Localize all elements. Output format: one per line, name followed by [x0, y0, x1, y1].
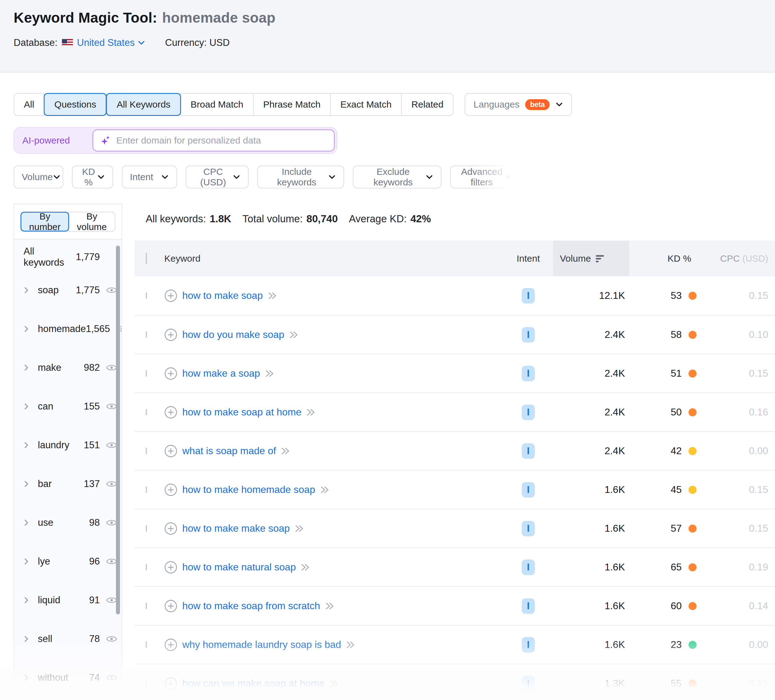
sidebar-keyword-group[interactable]: liquid 91: [14, 581, 121, 619]
languages-dropdown[interactable]: Languages beta: [465, 93, 572, 116]
row-checkbox[interactable]: [146, 486, 147, 493]
filter-dropdown[interactable]: Include keywords: [257, 166, 344, 188]
double-chevron-right-icon[interactable]: [295, 525, 304, 533]
intent-badge[interactable]: I: [522, 482, 535, 497]
row-checkbox[interactable]: [146, 448, 147, 454]
intent-badge[interactable]: I: [522, 560, 535, 575]
column-header-cpc[interactable]: CPC (USD): [699, 253, 775, 264]
filter-dropdown[interactable]: CPC (USD): [186, 166, 249, 188]
filter-dropdown[interactable]: Advanced filters: [450, 166, 521, 188]
match-type-tab[interactable]: Exact Match: [330, 93, 402, 116]
add-to-list-icon[interactable]: [164, 367, 177, 380]
sidebar-keyword-group[interactable]: make 982: [14, 348, 121, 387]
filter-dropdown[interactable]: Intent: [122, 166, 177, 188]
column-header-keyword[interactable]: Keyword: [164, 253, 504, 264]
sidebar-keyword-group[interactable]: soap 1,775: [14, 271, 121, 309]
all-keywords-group[interactable]: All keywords 1,779: [14, 243, 121, 271]
sort-by-volume-tab[interactable]: By volume: [68, 212, 115, 231]
add-to-list-icon[interactable]: [164, 638, 177, 651]
row-checkbox[interactable]: [146, 370, 147, 377]
sidebar-keyword-group[interactable]: can 155: [14, 387, 121, 426]
double-chevron-right-icon[interactable]: [320, 486, 329, 494]
eye-icon[interactable]: [106, 480, 117, 488]
eye-icon[interactable]: [106, 364, 117, 372]
add-to-list-icon[interactable]: [164, 444, 177, 457]
add-to-list-icon[interactable]: [164, 677, 177, 690]
add-to-list-icon[interactable]: [164, 483, 177, 496]
eye-icon[interactable]: [106, 286, 117, 294]
row-checkbox[interactable]: [146, 331, 147, 338]
row-checkbox[interactable]: [146, 525, 147, 532]
row-checkbox[interactable]: [146, 564, 147, 570]
keyword-link[interactable]: how to make make soap: [182, 523, 290, 534]
column-header-volume[interactable]: Volume: [553, 241, 629, 276]
sidebar-keyword-group[interactable]: lye 96: [14, 542, 121, 581]
intent-badge[interactable]: I: [522, 443, 535, 459]
filter-dropdown[interactable]: Volume: [13, 166, 63, 188]
match-type-tab[interactable]: All Keywords: [106, 93, 181, 116]
domain-input[interactable]: Enter domain for personalized data: [92, 129, 335, 151]
match-type-tab[interactable]: All: [13, 93, 44, 116]
sidebar-keyword-group[interactable]: without 74: [14, 658, 121, 697]
sidebar-keyword-group[interactable]: laundry 151: [14, 426, 121, 464]
filter-dropdown[interactable]: Exclude keywords: [353, 166, 441, 188]
eye-icon[interactable]: [106, 441, 117, 449]
double-chevron-right-icon[interactable]: [325, 602, 334, 610]
filter-dropdown[interactable]: KD %: [72, 166, 113, 188]
keyword-link[interactable]: how to make soap from scratch: [182, 600, 320, 612]
sidebar-keyword-group[interactable]: bar 137: [14, 464, 121, 503]
keyword-link[interactable]: how to make soap at home: [182, 406, 301, 418]
sidebar-keyword-group[interactable]: sell 78: [14, 619, 121, 658]
keyword-link[interactable]: how to make natural soap: [182, 562, 296, 573]
double-chevron-right-icon[interactable]: [281, 447, 290, 455]
eye-icon[interactable]: [106, 635, 117, 643]
column-header-kd[interactable]: KD %: [629, 253, 699, 264]
keyword-link[interactable]: why homemade laundry soap is bad: [182, 639, 341, 650]
eye-icon[interactable]: [106, 557, 117, 565]
keyword-link[interactable]: how to make soap: [182, 290, 263, 301]
sidebar-keyword-group[interactable]: use 98: [14, 503, 121, 542]
intent-badge[interactable]: I: [522, 598, 535, 614]
match-type-tab[interactable]: Broad Match: [180, 93, 254, 116]
column-header-intent[interactable]: Intent: [504, 253, 553, 264]
match-type-tab[interactable]: Phrase Match: [253, 93, 331, 116]
chevron-down-icon[interactable]: [138, 39, 145, 47]
double-chevron-right-icon[interactable]: [329, 680, 339, 688]
keyword-link[interactable]: how do you make soap: [182, 329, 284, 340]
row-checkbox[interactable]: [146, 603, 147, 609]
row-checkbox[interactable]: [146, 680, 147, 687]
double-chevron-right-icon[interactable]: [265, 369, 274, 377]
eye-icon[interactable]: [106, 596, 117, 604]
intent-badge[interactable]: I: [522, 327, 535, 343]
keyword-link[interactable]: how can we make soap at home: [182, 678, 324, 689]
keyword-link[interactable]: how to make homemade soap: [182, 484, 315, 495]
keyword-link[interactable]: how make a soap: [182, 367, 260, 379]
intent-badge[interactable]: I: [522, 404, 535, 420]
intent-badge[interactable]: I: [522, 366, 535, 381]
add-to-list-icon[interactable]: [164, 600, 177, 613]
double-chevron-right-icon[interactable]: [301, 563, 310, 571]
intent-badge[interactable]: I: [522, 637, 535, 653]
sidebar-scrollbar[interactable]: [116, 246, 120, 614]
select-all-checkbox[interactable]: [146, 253, 147, 264]
match-type-tab[interactable]: Questions: [44, 93, 106, 116]
eye-icon[interactable]: [106, 402, 117, 411]
sidebar-keyword-group[interactable]: homemade 1,565: [14, 309, 121, 348]
eye-icon[interactable]: [106, 673, 117, 682]
add-to-list-icon[interactable]: [164, 561, 177, 574]
match-type-tab[interactable]: Related: [401, 93, 454, 116]
row-checkbox[interactable]: [146, 642, 147, 648]
intent-badge[interactable]: I: [522, 676, 535, 691]
add-to-list-icon[interactable]: [164, 522, 177, 535]
database-selector[interactable]: United States: [77, 37, 135, 48]
intent-badge[interactable]: I: [522, 521, 535, 536]
double-chevron-right-icon[interactable]: [306, 408, 316, 416]
add-to-list-icon[interactable]: [164, 328, 177, 341]
double-chevron-right-icon[interactable]: [268, 292, 277, 300]
add-to-list-icon[interactable]: [164, 406, 177, 419]
add-to-list-icon[interactable]: [164, 289, 177, 302]
double-chevron-right-icon[interactable]: [346, 641, 355, 649]
keyword-link[interactable]: what is soap made of: [182, 445, 276, 457]
intent-badge[interactable]: I: [522, 288, 535, 304]
double-chevron-right-icon[interactable]: [289, 331, 299, 339]
